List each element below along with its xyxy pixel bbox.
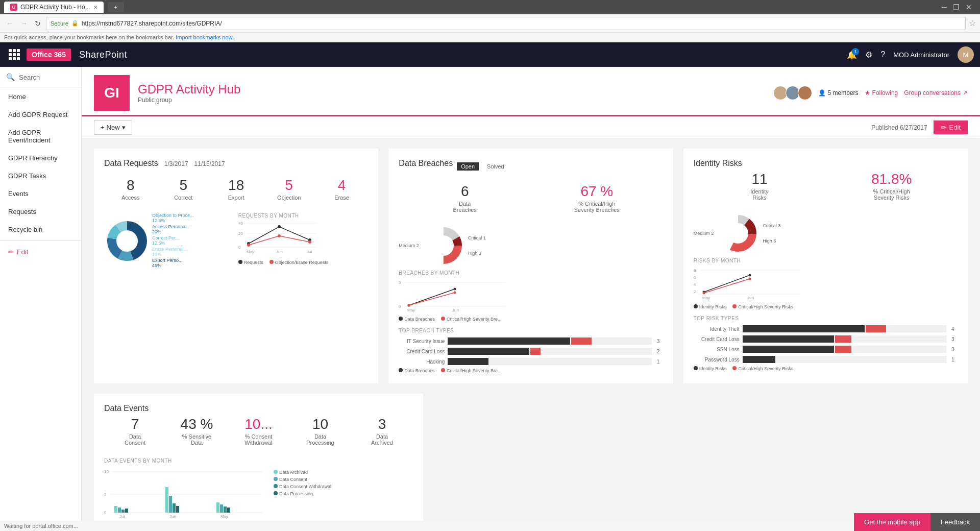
data-consent-number: 7 <box>106 417 164 431</box>
data-consent-label: DataConsent <box>106 433 164 446</box>
tab-close-icon[interactable]: ✕ <box>93 5 97 10</box>
svg-text:Jul: Jul <box>119 514 125 519</box>
edit-button[interactable]: ✏ Edit <box>934 120 968 134</box>
app-launcher-button[interactable] <box>6 46 22 63</box>
data-archived-label: DataArchived <box>353 433 411 446</box>
open-button[interactable]: Open <box>457 162 479 171</box>
breach-hack-value: 1 <box>657 359 663 365</box>
risk-pw-bar <box>743 356 946 363</box>
breach-it-security: IT Security Issue 3 <box>399 337 663 345</box>
solved-button[interactable]: Solved <box>483 162 508 171</box>
breach-it-dark <box>448 337 570 345</box>
sidebar-edit-button[interactable]: ✏ Edit <box>0 243 81 261</box>
svg-rect-60 <box>173 503 176 513</box>
restore-button[interactable]: ❐ <box>953 3 960 11</box>
site-header-top: GI GDPR Activity Hub Public group 👤 <box>82 67 980 115</box>
legend-export: Export Perso...45% <box>152 258 194 268</box>
sidebar-item-add-gdpr-event[interactable]: Add GDPR Event/Incident <box>0 124 81 149</box>
forward-button[interactable]: → <box>18 18 30 29</box>
dashboard: Data Requests 1/3/2017 11/15/2017 8 Acce… <box>82 138 980 531</box>
sidebar-item-gdpr-hierarchy[interactable]: GDPR Hierarchy <box>0 149 81 167</box>
risk-ssn-label: SSN Loss <box>694 347 740 352</box>
objection-label: Objection <box>264 195 313 201</box>
identity-risks-label: IdentityRisks <box>696 188 824 201</box>
data-events-title: Data Events <box>104 404 149 413</box>
star-icon[interactable]: ☆ <box>969 18 976 28</box>
svg-point-28 <box>454 288 456 291</box>
stat-risk-pct: 81.8% % Critical/HighSeverity Risks <box>825 168 958 205</box>
sidebar-item-requests[interactable]: Requests <box>0 203 81 221</box>
critical-pct-label: % Critical/HighSeverity Breaches <box>533 201 661 213</box>
stat-critical-pct: 67 % % Critical/HighSeverity Breaches <box>531 180 663 217</box>
sidebar: 🔍 Search Home Add GDPR Request Add GDPR … <box>0 67 82 531</box>
search-icon: 🔍 <box>6 73 15 81</box>
donut-svg <box>104 218 150 264</box>
access-number: 8 <box>106 178 155 192</box>
refresh-button[interactable]: ↻ <box>33 18 43 29</box>
data-requests-title: Data Requests <box>104 159 158 168</box>
svg-rect-57 <box>125 509 128 513</box>
svg-text:Jul: Jul <box>307 250 312 254</box>
members-count: 👤 5 members <box>818 89 859 96</box>
legend-erase: Erase Personal...10% <box>152 247 194 257</box>
requests-donut: Objection to Proce...12.5% Access Person… <box>104 213 234 269</box>
access-label: Access <box>106 195 155 201</box>
legend-access: Access Persona...20% <box>152 224 194 234</box>
import-bookmarks-link[interactable]: Import bookmarks now... <box>176 34 237 40</box>
risk-it-red <box>866 325 886 332</box>
feedback-button[interactable]: Feedback <box>930 513 980 531</box>
export-label: Export <box>212 195 260 201</box>
risk-ssn-value: 3 <box>951 347 958 352</box>
legend-critical-risks: Critical/High Severity Risks <box>738 304 793 309</box>
events-chart-row: 10 5 0 <box>104 468 413 519</box>
top-nav-right: 🔔 1 ⚙ ? MOD Administrator M <box>847 46 974 63</box>
svg-rect-59 <box>169 496 172 513</box>
objection-number: 5 <box>264 178 313 192</box>
address-bar[interactable]: Secure 🔒 https://mstnd677827.sharepoint.… <box>46 17 966 30</box>
risk-ssn-dark <box>743 346 835 353</box>
new-tab-button[interactable]: + <box>108 2 124 12</box>
risk-identity-theft: Identity Theft 4 <box>694 325 958 332</box>
pencil-icon: ✏ <box>941 124 946 131</box>
minimize-button[interactable]: ─ <box>942 3 947 11</box>
back-button[interactable]: ← <box>4 18 15 29</box>
svg-point-45 <box>748 278 751 280</box>
svg-text:Jun: Jun <box>169 514 176 519</box>
sidebar-item-events[interactable]: Events <box>0 185 81 203</box>
new-button[interactable]: + New ▾ <box>94 120 132 135</box>
pencil-icon: ✏ <box>8 248 14 256</box>
top-navigation: Office 365 SharePoint 🔔 1 ⚙ ? MOD Admini… <box>0 42 980 67</box>
close-button[interactable]: ✕ <box>966 3 972 11</box>
member-avatar-3 <box>798 86 812 100</box>
risk-cc-label: Credit Card Loss <box>694 336 740 342</box>
sidebar-item-gdpr-tasks[interactable]: GDPR Tasks <box>0 167 81 185</box>
identity-risks-number: 11 <box>696 172 824 186</box>
sidebar-item-home[interactable]: Home <box>0 88 81 106</box>
svg-point-15 <box>278 234 281 237</box>
sidebar-divider <box>0 240 81 241</box>
stat-objection: 5 Objection <box>262 174 315 205</box>
svg-text:May: May <box>220 514 228 519</box>
chevron-down-icon: ▾ <box>122 124 126 131</box>
sidebar-item-add-gdpr-request[interactable]: Add GDPR Request <box>0 106 81 124</box>
data-breaches-card: Data Breaches Open Solved 6 DataBreaches… <box>388 149 673 383</box>
search-button[interactable]: 🔍 Search <box>0 67 81 88</box>
svg-text:Jun: Jun <box>452 308 459 312</box>
svg-text:May: May <box>407 308 415 312</box>
svg-text:4: 4 <box>694 282 696 287</box>
data-breaches-header: Data Breaches Open Solved <box>399 159 663 174</box>
help-button[interactable]: ? <box>880 50 885 59</box>
following-button[interactable]: ★ Following <box>865 89 898 96</box>
erase-number: 4 <box>317 178 366 192</box>
mobile-app-button[interactable]: Get the mobile app <box>854 513 930 531</box>
sidebar-item-recycle-bin[interactable]: Recycle bin <box>0 221 81 238</box>
notifications-button[interactable]: 🔔 1 <box>847 50 857 60</box>
settings-button[interactable]: ⚙ <box>865 50 872 60</box>
browser-tab[interactable]: G GDPR Activity Hub - Ho... ✕ <box>4 2 104 13</box>
svg-text:May: May <box>702 296 710 300</box>
user-avatar[interactable]: M <box>958 46 974 63</box>
dashboard-grid: Data Requests 1/3/2017 11/15/2017 8 Acce… <box>94 149 968 383</box>
office365-logo[interactable]: Office 365 <box>27 49 71 61</box>
app-layout: 🔍 Search Home Add GDPR Request Add GDPR … <box>0 67 980 531</box>
group-conversations-button[interactable]: Group conversations ↗ <box>904 89 968 96</box>
